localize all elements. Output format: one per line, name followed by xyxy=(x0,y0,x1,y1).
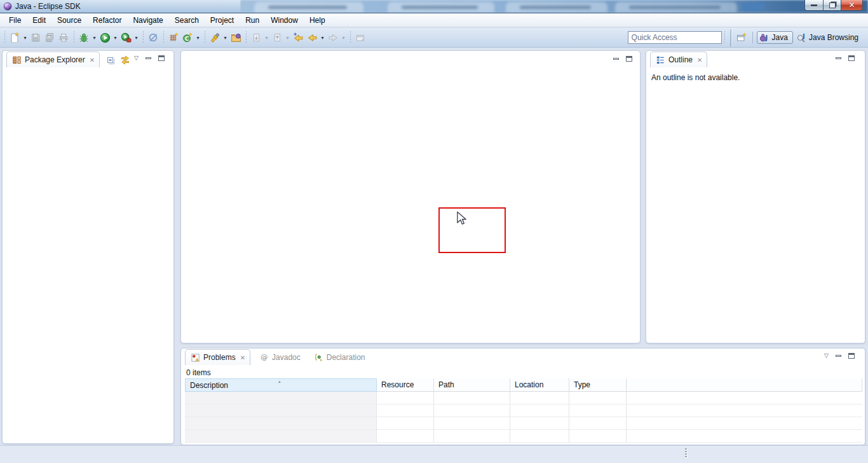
editor-area[interactable] xyxy=(180,50,641,343)
minimize-icon xyxy=(811,4,817,6)
open-type-button[interactable] xyxy=(229,31,243,45)
collapse-all-button[interactable] xyxy=(106,55,116,66)
next-annotation-icon xyxy=(251,32,261,43)
window-titlebar: Java - Eclipse SDK ✕ xyxy=(0,0,868,13)
restore-button[interactable] xyxy=(823,0,841,11)
minimize-button[interactable] xyxy=(804,0,824,11)
column-header-description[interactable]: ▴ Description xyxy=(185,378,377,392)
minimize-view-icon[interactable] xyxy=(836,355,841,357)
minimize-editor-icon[interactable] xyxy=(613,58,619,60)
tab-declaration[interactable]: Declaration xyxy=(309,349,370,365)
back-arrow-icon xyxy=(307,32,318,43)
tab-package-explorer[interactable]: Package Explorer ✕ xyxy=(6,52,100,67)
tab-label: Declaration xyxy=(327,353,365,362)
table-row xyxy=(185,404,862,417)
view-controls: ▽ xyxy=(824,353,855,359)
run-icon xyxy=(100,32,111,43)
menu-item-run[interactable]: Run xyxy=(240,13,265,27)
tab-label: Outline xyxy=(668,55,693,64)
column-header-resource[interactable]: Resource xyxy=(377,378,434,392)
previous-annotation-button xyxy=(270,31,284,45)
quick-access-input[interactable] xyxy=(628,31,722,44)
outline-message: An outline is not available. xyxy=(646,67,865,88)
eclipse-logo-icon xyxy=(3,2,12,11)
menu-item-project[interactable]: Project xyxy=(205,13,240,27)
search-button[interactable] xyxy=(208,31,222,45)
link-with-editor-button[interactable] xyxy=(120,55,130,66)
maximize-view-icon[interactable] xyxy=(848,55,855,61)
open-perspective-button[interactable] xyxy=(735,31,749,45)
external-tools-dropdown-arrow[interactable]: ▾ xyxy=(133,31,140,45)
maximize-view-icon[interactable] xyxy=(158,55,165,61)
menu-item-source[interactable]: Source xyxy=(51,13,87,27)
close-tab-icon[interactable]: ✕ xyxy=(240,354,245,361)
package-explorer-icon xyxy=(12,55,22,65)
collapse-all-icon xyxy=(106,55,116,66)
last-edit-location-button[interactable] xyxy=(291,31,305,45)
perspective-java-browsing-button[interactable]: J Java Browsing xyxy=(793,32,862,43)
toolbar-group-handle xyxy=(4,31,5,44)
back-button[interactable] xyxy=(305,31,319,45)
background-browser-tab xyxy=(388,2,494,13)
new-java-class-dropdown-arrow[interactable]: ▾ xyxy=(194,31,201,45)
new-java-class-button[interactable]: C xyxy=(180,31,194,45)
perspective-java-label: Java xyxy=(772,33,788,42)
external-tools-button[interactable] xyxy=(119,31,133,45)
toolbar-group-handle xyxy=(73,31,74,44)
open-perspective-icon xyxy=(736,32,747,43)
package-explorer-content[interactable] xyxy=(3,67,173,436)
svg-text:C: C xyxy=(185,36,189,42)
open-type-icon xyxy=(231,32,241,43)
status-bar-grip[interactable] xyxy=(685,448,687,457)
menu-item-navigate[interactable]: Navigate xyxy=(127,13,168,27)
new-dropdown-arrow[interactable]: ▾ xyxy=(22,31,29,45)
package-explorer-view: Package Explorer ✕ ▽ xyxy=(2,50,174,444)
run-dropdown-arrow[interactable]: ▾ xyxy=(112,31,119,45)
maximize-view-icon[interactable] xyxy=(848,353,855,359)
tab-problems[interactable]: Problems ✕ xyxy=(185,349,250,365)
menu-item-refactor[interactable]: Refactor xyxy=(87,13,127,27)
column-header-location[interactable]: Location xyxy=(510,378,569,392)
new-java-project-button[interactable] xyxy=(166,31,180,45)
menu-item-search[interactable]: Search xyxy=(169,13,205,27)
new-button[interactable] xyxy=(8,31,22,45)
save-icon xyxy=(31,32,41,43)
run-button[interactable] xyxy=(98,31,112,45)
forward-button xyxy=(326,31,340,45)
maximize-editor-icon[interactable] xyxy=(626,56,632,62)
view-menu-icon[interactable]: ▽ xyxy=(824,353,829,359)
perspective-java-button[interactable]: J Java xyxy=(757,31,793,44)
table-row xyxy=(185,430,862,443)
package-explorer-header: Package Explorer ✕ ▽ xyxy=(3,51,173,67)
save-all-icon xyxy=(44,32,55,43)
column-header-type[interactable]: Type xyxy=(569,378,627,392)
view-menu-icon[interactable]: ▽ xyxy=(134,55,139,61)
menu-item-help[interactable]: Help xyxy=(304,13,331,27)
background-browser-tab xyxy=(254,2,363,13)
minimize-view-icon[interactable] xyxy=(836,57,841,59)
external-tools-icon xyxy=(121,32,132,43)
skip-all-breakpoints-button[interactable] xyxy=(146,31,160,45)
search-dropdown-arrow[interactable]: ▾ xyxy=(222,31,229,45)
toolbar-group-handle xyxy=(349,31,351,44)
minimize-view-icon[interactable] xyxy=(146,57,151,59)
back-dropdown-arrow[interactable]: ▾ xyxy=(319,31,326,45)
close-tab-icon[interactable]: ✕ xyxy=(697,57,702,64)
menu-item-window[interactable]: Window xyxy=(265,13,304,27)
menu-item-edit[interactable]: Edit xyxy=(27,13,51,27)
problems-view: Problems ✕ @ Javadoc Declaration ▽ 0 ite… xyxy=(180,348,865,445)
print-button xyxy=(57,31,71,45)
column-header-path[interactable]: Path xyxy=(434,378,510,392)
background-window-area xyxy=(240,0,868,13)
link-with-editor-icon xyxy=(120,55,130,66)
debug-button[interactable] xyxy=(77,31,91,45)
close-tab-icon[interactable]: ✕ xyxy=(90,57,95,64)
view-controls xyxy=(836,55,855,61)
debug-dropdown-arrow[interactable]: ▾ xyxy=(91,31,98,45)
close-button[interactable]: ✕ xyxy=(841,0,863,11)
menu-item-file[interactable]: File xyxy=(3,13,27,27)
table-row xyxy=(185,417,862,430)
background-browser-tab xyxy=(615,2,737,13)
tab-javadoc[interactable]: @ Javadoc xyxy=(254,349,305,365)
tab-outline[interactable]: Outline ✕ xyxy=(650,52,707,67)
